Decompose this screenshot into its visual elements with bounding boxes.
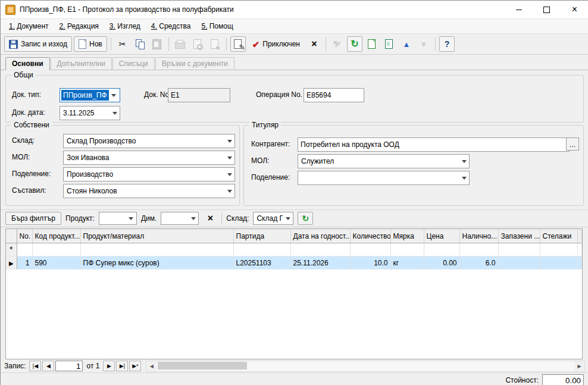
cell[interactable] bbox=[233, 243, 290, 256]
cell-quantity[interactable]: 10.0 bbox=[350, 256, 390, 270]
refresh-icon: ↻ bbox=[302, 214, 309, 223]
scroll-left-button[interactable]: ◀ bbox=[146, 361, 157, 371]
tab-main[interactable]: Основни bbox=[5, 57, 50, 70]
refresh-button[interactable]: ↻ bbox=[347, 36, 362, 52]
cell[interactable] bbox=[390, 243, 424, 256]
copy-button[interactable] bbox=[132, 36, 148, 52]
edit-button[interactable]: ✎ bbox=[230, 36, 246, 52]
cell-product-code[interactable]: 590 bbox=[32, 256, 80, 270]
scrollbar-thumb[interactable] bbox=[158, 362, 247, 370]
dim-filter-combo[interactable] bbox=[161, 212, 199, 225]
filter-refresh-button[interactable]: ↻ bbox=[298, 212, 313, 225]
column-header-quantity[interactable]: Количество bbox=[350, 229, 390, 243]
operation-no-field[interactable]: Е85694 bbox=[304, 88, 364, 102]
cell-available[interactable]: 6.0 bbox=[459, 256, 498, 270]
cell[interactable] bbox=[32, 243, 80, 256]
column-header-batch[interactable]: Партида bbox=[233, 229, 290, 243]
record-position-input[interactable] bbox=[55, 361, 83, 371]
next-record-button[interactable]: ▶ bbox=[103, 361, 115, 371]
doc-date-combo[interactable]: 3.11.2025 bbox=[60, 106, 120, 120]
doc-type-combo[interactable]: ППроизв_ПФ bbox=[60, 88, 120, 102]
new-row-selector[interactable]: * bbox=[6, 243, 17, 256]
move-up-button[interactable]: ▲ bbox=[399, 36, 414, 52]
column-header-reserved[interactable]: Запазени ... bbox=[498, 229, 540, 243]
scrollbar-track[interactable] bbox=[157, 361, 574, 371]
cell[interactable] bbox=[17, 243, 32, 256]
own-division-combo[interactable]: Производство bbox=[63, 167, 235, 181]
paste-button[interactable] bbox=[149, 36, 165, 52]
column-header-price[interactable]: Цена bbox=[424, 229, 459, 243]
holder-mol-combo[interactable]: Служител bbox=[298, 154, 470, 168]
contractor-field[interactable]: Потребител на продукта ООД bbox=[298, 137, 570, 152]
column-header-no[interactable]: No. bbox=[17, 229, 32, 243]
grid-row[interactable]: ▶ 1 590 ПФ Супер микс (суров) L20251103 … bbox=[6, 256, 582, 270]
tab-document-links[interactable]: Връзки с документи bbox=[155, 57, 234, 70]
doc-no-field[interactable]: Е1 bbox=[168, 88, 230, 102]
completed-button[interactable]: ✔ Приключен bbox=[248, 36, 305, 52]
document-paste-button[interactable] bbox=[381, 36, 397, 52]
column-header-shelves[interactable]: Стелажи bbox=[540, 229, 577, 243]
help-button[interactable]: ? bbox=[439, 36, 455, 52]
previous-record-button[interactable]: ◀ bbox=[42, 361, 54, 371]
cell[interactable] bbox=[540, 243, 577, 256]
own-mol-combo[interactable]: Зоя Иванова bbox=[63, 151, 235, 165]
last-record-button[interactable]: ▶| bbox=[116, 361, 128, 371]
maximize-button[interactable] bbox=[533, 1, 561, 18]
cell[interactable] bbox=[80, 243, 233, 256]
clear-filter-button[interactable]: × bbox=[203, 212, 217, 225]
print-preview-button[interactable] bbox=[190, 36, 205, 52]
cell[interactable] bbox=[498, 243, 540, 256]
menu-view[interactable]: 3. Изглед bbox=[104, 20, 146, 32]
menu-edit[interactable]: 2. Редакция bbox=[54, 20, 104, 32]
save-exit-button[interactable]: Запис и изход bbox=[4, 36, 72, 52]
grid-new-row[interactable]: * bbox=[6, 243, 582, 256]
menu-help[interactable]: 5. Помощ bbox=[196, 20, 238, 32]
close-button[interactable]: × bbox=[561, 1, 588, 18]
current-row-selector[interactable]: ▶ bbox=[6, 256, 17, 270]
tab-additional[interactable]: Допълнителни bbox=[51, 57, 112, 70]
cell-expiry[interactable]: 25.11.2026 bbox=[290, 256, 350, 270]
cut-button[interactable]: ✂ bbox=[115, 36, 130, 52]
grid-corner-cell[interactable] bbox=[6, 229, 17, 243]
cancel-completion-button[interactable]: × bbox=[306, 36, 322, 52]
cell-reserved[interactable] bbox=[498, 256, 540, 270]
cell[interactable] bbox=[290, 243, 350, 256]
column-header-expiry[interactable]: Дата на годност... bbox=[290, 229, 350, 243]
warehouse-filter-label: Склад: bbox=[226, 214, 249, 223]
tools-button[interactable] bbox=[330, 36, 345, 52]
contractor-browse-button[interactable]: ... bbox=[566, 137, 579, 151]
export-button[interactable] bbox=[207, 36, 223, 52]
cell[interactable] bbox=[459, 243, 498, 256]
column-header-available[interactable]: Налично... bbox=[459, 229, 498, 243]
product-filter-combo[interactable] bbox=[99, 212, 137, 225]
column-header-product[interactable]: Продукт/материал bbox=[80, 229, 233, 243]
scroll-right-button[interactable]: ▶ bbox=[574, 361, 584, 371]
warehouse-filter-combo[interactable]: Склад Пр bbox=[253, 212, 293, 225]
menu-tools[interactable]: 4. Средства bbox=[146, 20, 196, 32]
cell-price[interactable]: 0.00 bbox=[424, 256, 459, 270]
move-down-button[interactable]: ▼ bbox=[416, 36, 431, 52]
document-copy-button[interactable] bbox=[364, 36, 380, 52]
cell-product[interactable]: ПФ Супер микс (суров) bbox=[80, 256, 233, 270]
menu-document[interactable]: 1. Документ bbox=[4, 20, 54, 32]
new-record-button[interactable]: ▶* bbox=[129, 361, 141, 371]
cell-batch[interactable]: L20251103 bbox=[233, 256, 290, 270]
holder-division-combo[interactable] bbox=[298, 171, 470, 185]
first-record-button[interactable]: |◀ bbox=[29, 361, 41, 371]
print-button[interactable] bbox=[173, 36, 188, 52]
cell-shelves[interactable] bbox=[540, 256, 577, 270]
warehouse-combo[interactable]: Склад Производство bbox=[63, 134, 235, 148]
total-value-field[interactable] bbox=[542, 374, 584, 385]
cell[interactable] bbox=[350, 243, 390, 256]
tab-lists[interactable]: Списъци bbox=[112, 57, 155, 70]
composer-combo[interactable]: Стоян Николов bbox=[63, 184, 235, 198]
horizontal-scrollbar[interactable]: ◀ ▶ bbox=[146, 361, 585, 372]
cell-unit[interactable]: кг bbox=[390, 256, 424, 270]
minimize-button[interactable] bbox=[505, 1, 533, 18]
column-header-product-code[interactable]: Код продукт... bbox=[32, 229, 80, 243]
cell[interactable] bbox=[424, 243, 459, 256]
column-header-unit[interactable]: Мярка bbox=[390, 229, 424, 243]
quick-filter-button[interactable]: Бърз филтър bbox=[5, 212, 61, 225]
new-button[interactable]: Нов bbox=[74, 36, 107, 52]
cell-no[interactable]: 1 bbox=[17, 256, 32, 270]
